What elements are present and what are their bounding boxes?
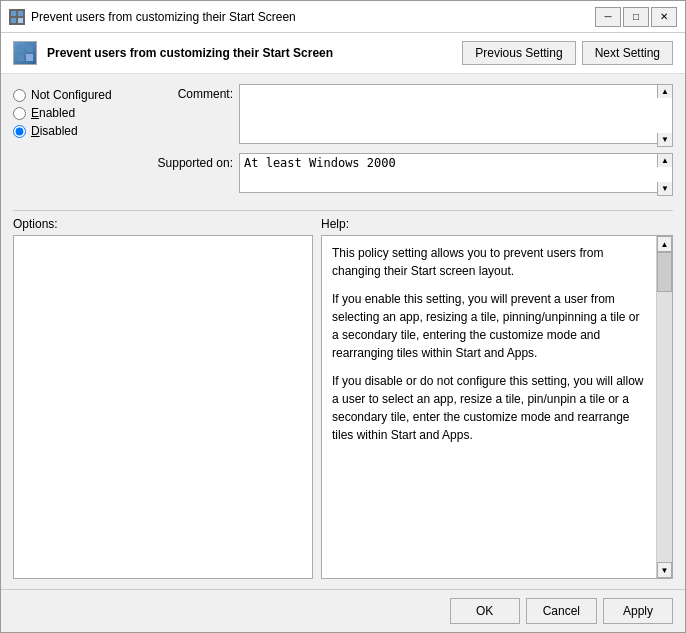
svg-rect-6 (17, 54, 24, 61)
svg-rect-5 (26, 45, 33, 52)
supported-label: Supported on: (143, 153, 233, 170)
supported-field-wrapper: At least Windows 2000 ▲ ▼ (239, 153, 673, 196)
help-content: This policy setting allows you to preven… (322, 236, 656, 578)
title-bar: Prevent users from customizing their Sta… (1, 1, 685, 33)
not-configured-label: Not Configured (31, 88, 112, 102)
help-scroll-up[interactable]: ▲ (657, 236, 672, 252)
apply-button[interactable]: Apply (603, 598, 673, 624)
enabled-label: Enabled (31, 106, 75, 120)
disabled-radio[interactable] (13, 125, 26, 138)
enabled-radio[interactable] (13, 107, 26, 120)
svg-rect-7 (26, 54, 33, 61)
disabled-option[interactable]: Disabled (13, 124, 133, 138)
supported-scroll-up[interactable]: ▲ (657, 153, 673, 167)
supported-textarea: At least Windows 2000 (239, 153, 673, 193)
options-label: Options: (13, 217, 58, 231)
maximize-button[interactable]: □ (623, 7, 649, 27)
svg-rect-1 (18, 11, 23, 16)
help-scrollbar: ▲ ▼ (656, 236, 672, 578)
main-window: Prevent users from customizing their Sta… (0, 0, 686, 633)
help-scroll-down[interactable]: ▼ (657, 562, 672, 578)
not-configured-option[interactable]: Not Configured (13, 88, 133, 102)
help-paragraph-1: This policy setting allows you to preven… (332, 244, 646, 280)
help-paragraph-3: If you disable or do not configure this … (332, 372, 646, 444)
help-label-wrap: Help: (313, 217, 673, 231)
help-scroll-thumb (657, 252, 672, 292)
supported-row: Supported on: At least Windows 2000 ▲ ▼ (143, 153, 673, 196)
radio-group: Not Configured Enabled Disabled (13, 84, 133, 196)
svg-rect-3 (18, 18, 23, 23)
footer-bar: OK Cancel Apply (1, 589, 685, 632)
next-setting-button[interactable]: Next Setting (582, 41, 673, 65)
header-buttons: Previous Setting Next Setting (462, 41, 673, 65)
help-paragraph-2: If you enable this setting, you will pre… (332, 290, 646, 362)
comment-scroll-down[interactable]: ▼ (657, 133, 673, 147)
svg-rect-4 (17, 45, 24, 52)
help-scroll-track (657, 252, 672, 562)
comment-scroll-up[interactable]: ▲ (657, 84, 673, 98)
header-row: Prevent users from customizing their Sta… (1, 33, 685, 74)
window-icon (9, 9, 25, 25)
disabled-label: Disabled (31, 124, 78, 138)
minimize-button[interactable]: ─ (595, 7, 621, 27)
comment-row: Comment: ▲ ▼ (143, 84, 673, 147)
svg-rect-2 (11, 18, 16, 23)
top-section: Not Configured Enabled Disabled Comment: (13, 84, 673, 196)
panels-row: This policy setting allows you to preven… (13, 235, 673, 579)
previous-setting-button[interactable]: Previous Setting (462, 41, 575, 65)
svg-rect-0 (11, 11, 16, 16)
options-help-labels: Options: Help: (13, 217, 673, 231)
title-bar-controls: ─ □ ✕ (595, 7, 677, 27)
not-configured-radio[interactable] (13, 89, 26, 102)
policy-icon (13, 41, 37, 65)
divider (13, 210, 673, 211)
ok-button[interactable]: OK (450, 598, 520, 624)
help-label: Help: (321, 217, 349, 231)
comment-field-wrapper: ▲ ▼ (239, 84, 673, 147)
cancel-button[interactable]: Cancel (526, 598, 597, 624)
close-button[interactable]: ✕ (651, 7, 677, 27)
title-bar-text: Prevent users from customizing their Sta… (31, 10, 595, 24)
enabled-option[interactable]: Enabled (13, 106, 133, 120)
comment-label: Comment: (143, 84, 233, 101)
content-area: Not Configured Enabled Disabled Comment: (1, 74, 685, 589)
help-panel: This policy setting allows you to preven… (321, 235, 673, 579)
options-label-wrap: Options: (13, 217, 313, 231)
right-section: Comment: ▲ ▼ Supported on: At least Wind… (143, 84, 673, 196)
options-panel (13, 235, 313, 579)
comment-textarea[interactable] (239, 84, 673, 144)
supported-scroll-down[interactable]: ▼ (657, 182, 673, 196)
header-title: Prevent users from customizing their Sta… (47, 46, 462, 60)
